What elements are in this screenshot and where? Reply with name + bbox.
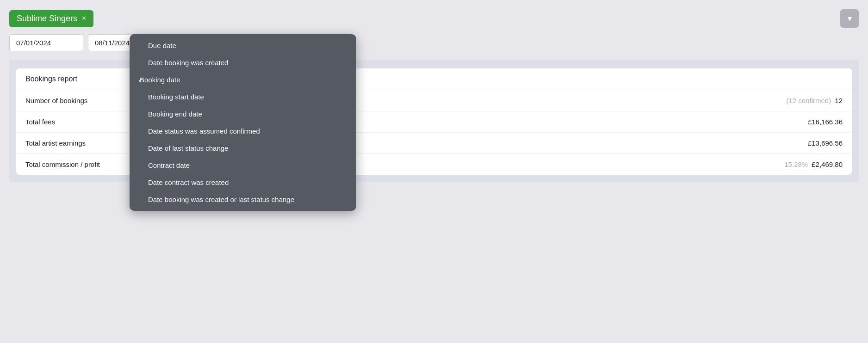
row-label: Number of bookings <box>25 97 87 104</box>
dropdown-item-date-contract-created[interactable]: Date contract was created <box>130 174 356 191</box>
row-value: (12 confirmed) 12 <box>786 97 843 104</box>
dropdown-item-label: Booking end date <box>148 110 202 118</box>
row-label: Total commission / profit <box>25 160 100 168</box>
row-value: £16,166.36 <box>808 118 843 126</box>
start-date-input[interactable] <box>9 34 83 51</box>
chevron-button[interactable]: ▾ <box>840 9 859 28</box>
dropdown-item-date-booking-created[interactable]: Date booking was created <box>130 54 356 71</box>
row-value: 15.28% £2,469.80 <box>784 160 843 168</box>
dropdown-item-label: Date booking was created <box>148 59 228 67</box>
dropdown-item-label: Date of last status change <box>148 144 228 152</box>
page-wrapper: Sublime Singers × ▾ Due dateDate booking… <box>9 9 859 182</box>
dropdown-item-date-last-status-change[interactable]: Date of last status change <box>130 140 356 157</box>
row-label: Total artist earnings <box>25 139 86 147</box>
date-row: Due dateDate booking was created✓Booking… <box>9 34 859 51</box>
dropdown-item-label: Date booking was created or last status … <box>148 196 294 203</box>
dropdown-item-due-date[interactable]: Due date <box>130 37 356 54</box>
dropdown-item-label: Due date <box>148 42 176 49</box>
dropdown-item-booking-date[interactable]: ✓Booking date <box>130 71 356 88</box>
checkmark-icon: ✓ <box>138 76 143 84</box>
tag-pill[interactable]: Sublime Singers × <box>9 10 93 27</box>
dropdown-item-date-booking-created-or-last[interactable]: Date booking was created or last status … <box>130 191 356 208</box>
dropdown-item-booking-start-date[interactable]: Booking start date <box>130 88 356 105</box>
chevron-down-icon: ▾ <box>848 13 852 24</box>
header-row: Sublime Singers × ▾ <box>9 9 859 28</box>
row-label: Total fees <box>25 118 55 126</box>
dropdown-item-label: Date contract was created <box>148 178 229 186</box>
date-type-dropdown: Due dateDate booking was created✓Booking… <box>130 34 356 211</box>
dropdown-item-contract-date[interactable]: Contract date <box>130 157 356 174</box>
tag-close-icon[interactable]: × <box>82 14 86 23</box>
tag-label: Sublime Singers <box>17 14 77 24</box>
dropdown-item-booking-end-date[interactable]: Booking end date <box>130 105 356 122</box>
row-prefix: 15.28% <box>784 160 810 168</box>
dropdown-item-label: Booking start date <box>148 93 204 101</box>
dropdown-item-label: Contract date <box>148 161 190 169</box>
row-prefix: (12 confirmed) <box>786 97 833 104</box>
dropdown-item-date-status-assumed-confirmed[interactable]: Date status was assumed confirmed <box>130 122 356 140</box>
dropdown-item-label: Date status was assumed confirmed <box>148 127 260 135</box>
dropdown-item-label: Booking date <box>140 76 180 84</box>
row-value: £13,696.56 <box>808 139 843 147</box>
